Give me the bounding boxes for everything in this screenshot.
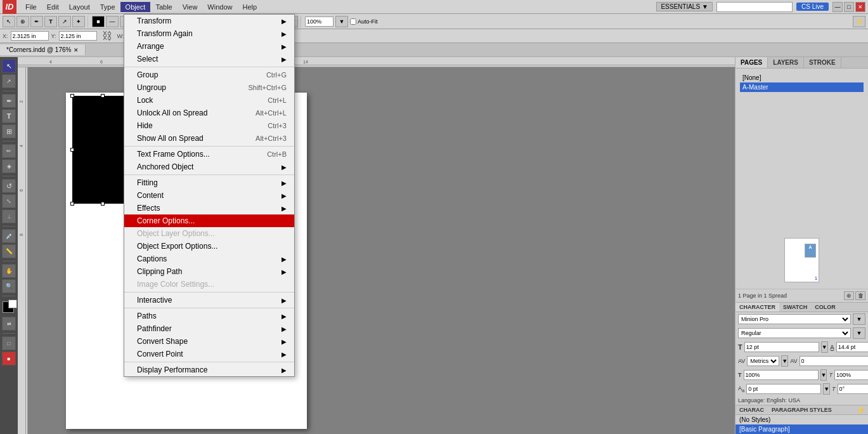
cs-live-button[interactable]: CS Live bbox=[796, 3, 829, 11]
minimize-button[interactable]: — bbox=[832, 2, 843, 12]
charac-tab[interactable]: CHARAC bbox=[735, 405, 768, 414]
tab-close-icon[interactable]: ✕ bbox=[74, 47, 79, 53]
menu-obj-export-options[interactable]: Object Export Options... bbox=[124, 240, 294, 253]
zoom-input[interactable] bbox=[305, 16, 334, 27]
menu-type[interactable]: Type bbox=[95, 2, 120, 12]
kerning-select[interactable]: Metrics bbox=[747, 356, 779, 366]
menu-text-frame-options[interactable]: Text Frame Options... Ctrl+B bbox=[124, 148, 294, 161]
y-input[interactable] bbox=[59, 31, 97, 41]
text-btn[interactable]: T bbox=[44, 16, 57, 27]
skew-input[interactable] bbox=[838, 384, 868, 394]
eraser-tool-btn[interactable]: ◈ bbox=[2, 159, 16, 173]
menu-arrange[interactable]: Arrange ▶ bbox=[124, 40, 294, 53]
shear-tool-btn[interactable]: ⟂ bbox=[2, 209, 16, 223]
menu-fitting[interactable]: Fitting ▶ bbox=[124, 176, 294, 189]
scale-h-input[interactable] bbox=[744, 370, 819, 380]
menu-edit[interactable]: Edit bbox=[42, 2, 64, 12]
font-dd[interactable]: ▼ bbox=[853, 313, 865, 325]
menu-interactive[interactable]: Interactive ▶ bbox=[124, 294, 294, 306]
stroke-tab[interactable]: STROKE bbox=[804, 57, 841, 68]
swap-colors-btn[interactable]: ⇄ bbox=[2, 317, 16, 331]
eyedropper-tool-btn[interactable]: 💉 bbox=[2, 229, 16, 243]
menu-lock[interactable]: Lock Ctrl+L bbox=[124, 94, 294, 107]
lightning-btn[interactable]: ⚡ bbox=[853, 16, 865, 27]
font-size-input[interactable] bbox=[744, 342, 819, 352]
selection-tool-btn[interactable]: ↖ bbox=[2, 59, 16, 73]
leading-input[interactable] bbox=[836, 342, 868, 352]
restore-button[interactable]: □ bbox=[844, 2, 854, 12]
close-button[interactable]: ✕ bbox=[855, 2, 865, 12]
auto-fit-checkbox[interactable] bbox=[350, 18, 356, 25]
swatch-tab[interactable]: SWATCH bbox=[779, 303, 811, 312]
pages-tab[interactable]: PAGES bbox=[735, 57, 768, 68]
menu-content[interactable]: Content ▶ bbox=[124, 189, 294, 202]
stroke-btn[interactable]: — bbox=[106, 16, 119, 27]
type-tool-btn[interactable]: T bbox=[2, 109, 16, 123]
scaleh-dd[interactable]: ▼ bbox=[820, 369, 827, 381]
style-select[interactable]: Regular bbox=[738, 328, 851, 338]
pages-a-master-item[interactable]: A-Master bbox=[740, 82, 864, 92]
size-dd[interactable]: ▼ bbox=[821, 341, 828, 353]
add-page-btn[interactable]: ⊕ bbox=[844, 291, 854, 300]
direct-selection-tool-btn[interactable]: ↗ bbox=[2, 74, 16, 88]
menu-unlock-all[interactable]: Unlock All on Spread Alt+Ctrl+L bbox=[124, 107, 294, 119]
menu-transform[interactable]: Transform ▶ bbox=[124, 15, 294, 27]
menu-display-performance[interactable]: Display Performance ▶ bbox=[124, 364, 294, 376]
selection-mode-btn[interactable]: ↖ bbox=[3, 16, 15, 27]
menu-table[interactable]: Table bbox=[150, 2, 177, 12]
menu-corner-options[interactable]: Corner Options... bbox=[124, 214, 294, 227]
kerning-dd[interactable]: ▼ bbox=[781, 355, 788, 367]
arrow-btn[interactable]: ↗ bbox=[58, 16, 71, 27]
menu-effects[interactable]: Effects ▶ bbox=[124, 202, 294, 214]
baseline-dd[interactable]: ▼ bbox=[823, 383, 830, 395]
menu-captions[interactable]: Captions ▶ bbox=[124, 253, 294, 265]
color-tab[interactable]: COLOR bbox=[811, 303, 839, 312]
menu-object[interactable]: Object bbox=[120, 2, 151, 12]
page-thumbnail[interactable]: A 1 bbox=[784, 238, 819, 282]
basic-paragraph-item[interactable]: [Basic Paragraph] bbox=[735, 424, 868, 434]
menu-ungroup[interactable]: Ungroup Shift+Ctrl+G bbox=[124, 81, 294, 94]
frame-tool-btn[interactable]: ⊞ bbox=[2, 124, 16, 138]
menu-layout[interactable]: Layout bbox=[64, 2, 95, 12]
handle-bm[interactable] bbox=[101, 202, 105, 206]
menu-group[interactable]: Group Ctrl+G bbox=[124, 69, 294, 81]
style-dd[interactable]: ▼ bbox=[853, 327, 865, 339]
menu-transform-again[interactable]: Transform Again ▶ bbox=[124, 27, 294, 40]
delete-page-btn[interactable]: 🗑 bbox=[855, 291, 865, 300]
menu-convert-shape[interactable]: Convert Shape ▶ bbox=[124, 335, 294, 348]
search-input[interactable] bbox=[716, 2, 793, 12]
menu-pathfinder[interactable]: Pathfinder ▶ bbox=[124, 322, 294, 335]
pencil-tool-btn[interactable]: ✏ bbox=[2, 144, 16, 158]
zoom-dd[interactable]: ▼ bbox=[335, 16, 348, 27]
handle-tl[interactable] bbox=[70, 94, 74, 98]
hand-tool-btn[interactable]: ✋ bbox=[2, 264, 16, 278]
handle-bl[interactable] bbox=[70, 202, 74, 206]
document-tab[interactable]: *Corners.indd @ 176% ✕ bbox=[0, 44, 86, 55]
pages-none-item[interactable]: [None] bbox=[740, 73, 864, 82]
menu-file[interactable]: File bbox=[20, 2, 42, 12]
fill-btn[interactable]: ■ bbox=[92, 16, 105, 27]
tracking-input[interactable] bbox=[800, 356, 868, 366]
no-styles-item[interactable]: (No Styles) bbox=[735, 415, 868, 424]
menu-convert-point[interactable]: Convert Point ▶ bbox=[124, 348, 294, 360]
menu-hide[interactable]: Hide Ctrl+3 bbox=[124, 119, 294, 132]
zoom-tool-btn[interactable]: 🔍 bbox=[2, 279, 16, 293]
menu-select[interactable]: Select ▶ bbox=[124, 53, 294, 65]
bleed-mode-btn[interactable]: ■ bbox=[2, 352, 16, 365]
handle-tm[interactable] bbox=[101, 94, 105, 98]
stroke-color-box[interactable] bbox=[8, 299, 17, 308]
baseline-input[interactable] bbox=[746, 384, 821, 394]
transform-mode-btn[interactable]: ⊕ bbox=[16, 16, 29, 27]
scale-tool-btn[interactable]: ⤡ bbox=[2, 194, 16, 208]
x-input[interactable] bbox=[11, 31, 49, 41]
pen-tool-btn[interactable]: ✒ bbox=[2, 94, 16, 108]
essentials-button[interactable]: ESSENTIALS ▼ bbox=[656, 2, 713, 11]
menu-paths[interactable]: Paths ▶ bbox=[124, 310, 294, 322]
star-btn[interactable]: ✦ bbox=[72, 16, 85, 27]
rotate-tool-btn[interactable]: ↺ bbox=[2, 179, 16, 193]
scale-v-input[interactable] bbox=[834, 370, 868, 380]
menu-clipping-path[interactable]: Clipping Path ▶ bbox=[124, 265, 294, 278]
menu-anchored-object[interactable]: Anchored Object ▶ bbox=[124, 161, 294, 173]
menu-view[interactable]: View bbox=[178, 2, 203, 12]
font-select[interactable]: Minion Pro bbox=[738, 314, 851, 324]
